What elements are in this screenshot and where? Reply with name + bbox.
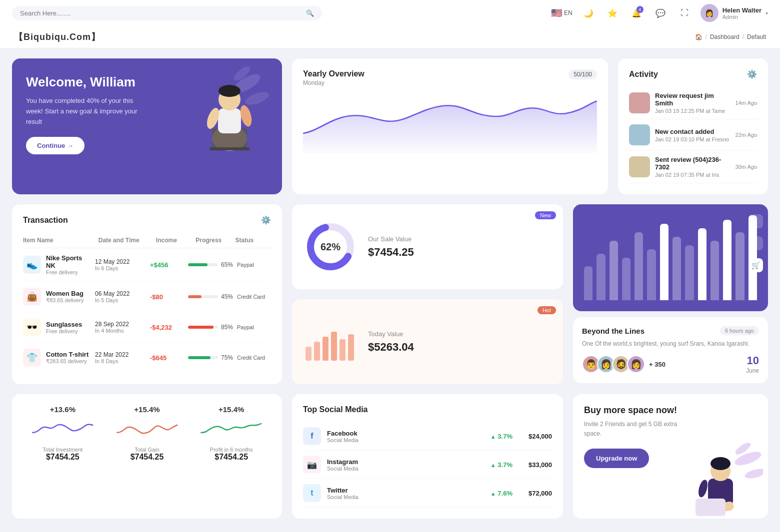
user-profile[interactable]: 👩 Helen Walter Admin ▾	[700, 4, 768, 22]
yearly-overview-card: Yearly Overview Monday 50/100	[292, 58, 608, 194]
table-header: Item Name Date and Time Income Progress …	[23, 233, 271, 248]
welcome-card: Welcome, William You have completed 40% …	[12, 58, 282, 194]
mini-charts-card: +13.6% Total Investment $7454.25 +15.4% …	[12, 394, 282, 519]
gain-value: $7454.25	[130, 453, 164, 462]
social-icon: f	[303, 427, 321, 445]
social-amount: $72,000	[528, 490, 552, 497]
progress-fill	[188, 326, 214, 329]
item-icon: 🕶️	[23, 318, 41, 336]
social-media-card: Top Social Media f Facebook Social Media…	[292, 394, 563, 519]
progress-bar	[188, 263, 218, 266]
social-amount: $33,000	[528, 461, 552, 469]
beyond-time: 6 hours ago	[720, 326, 759, 335]
svg-rect-15	[322, 337, 328, 361]
home-icon[interactable]: 🏠	[695, 33, 702, 40]
svg-rect-16	[331, 332, 337, 361]
chart-gear-icon[interactable]: ⚙	[748, 236, 763, 250]
buy-space-title: Buy more space now!	[584, 405, 757, 416]
item-name-cell: 👟 Nike Sports NK Free delivery	[23, 254, 91, 275]
progress-pct: 75%	[221, 354, 233, 361]
upgrade-button[interactable]: Upgrade now	[584, 449, 649, 468]
yearly-title: Yearly Overview	[303, 69, 364, 78]
item-income: +$456	[150, 261, 184, 269]
svg-rect-27	[696, 499, 726, 516]
right-panel: ↗ ⚙ 🛒 Beyond the Lines 6 hours ago One O…	[573, 204, 768, 384]
activity-item-title: New contact added	[655, 128, 730, 135]
breadcrumb-dashboard[interactable]: Dashboard	[710, 33, 740, 40]
activity-item: Sent review (504)236-7302 Jan 02 19 07:3…	[629, 151, 757, 183]
social-sub: Social Media	[327, 494, 358, 500]
social-name: Facebook	[327, 430, 358, 437]
social-pct: ▲ 7.6%	[490, 490, 512, 497]
continue-button[interactable]: Continue →	[26, 137, 84, 154]
item-days: In 4 Months	[95, 328, 146, 334]
activity-card: Activity ⚙️ Review request jim Smith Jan…	[618, 58, 768, 194]
item-income: -$80	[150, 293, 184, 301]
item-date: 12 May 2022	[95, 258, 146, 265]
svg-point-28	[697, 479, 710, 499]
beyond-plus-count: + 350	[649, 361, 666, 368]
social-amount: $24,000	[528, 433, 552, 440]
status-badge: Paypal	[237, 262, 271, 268]
table-row: 🕶️ Sunglasses Free delivery 28 Sep 2022 …	[23, 312, 271, 343]
user-name: Helen Walter	[722, 6, 762, 14]
chart-share-icon[interactable]: ↗	[748, 214, 763, 228]
svg-rect-14	[314, 342, 320, 361]
activity-settings-icon[interactable]: ⚙️	[747, 69, 757, 79]
nav-icons: 🇺🇸 EN 🌙 ⭐ 🔔 4 💬 ⛶ 👩 Helen Walter Admin ▾	[551, 4, 768, 22]
status-badge: Credit Card	[237, 294, 271, 300]
social-title: Top Social Media	[303, 405, 552, 414]
theme-toggle[interactable]: 🌙	[580, 5, 596, 21]
user-role: Admin	[722, 14, 762, 20]
progress-cell: 75%	[188, 354, 233, 361]
yearly-subtitle: Monday	[303, 79, 364, 86]
sale-value: $7454.25	[368, 246, 552, 259]
activity-time: 30m Ago	[736, 164, 757, 170]
item-name: Cotton T-shirt	[46, 351, 88, 358]
fullscreen-button[interactable]: ⛶	[676, 5, 692, 21]
activity-text: Review request jim Smith Jan 03 19 12:25…	[655, 92, 730, 114]
search-container[interactable]: 🔍	[12, 6, 322, 20]
yearly-badge: 50/100	[568, 69, 597, 79]
chart-cart-icon[interactable]: 🛒	[748, 258, 763, 272]
breadcrumb-default[interactable]: Default	[747, 33, 766, 40]
item-date: 06 May 2022	[95, 290, 146, 297]
progress-fill	[188, 295, 202, 298]
space-illustration	[688, 439, 763, 519]
progress-bar	[188, 295, 218, 298]
progress-cell: 45%	[188, 293, 233, 300]
activity-item-title: Sent review (504)236-7302	[655, 156, 730, 171]
item-days: In 5 Days	[95, 297, 146, 303]
profit-label: Profit in 6 months	[210, 447, 253, 453]
item-name-cell: 👜 Women Bag ₹83.65 delivery	[23, 288, 91, 306]
beyond-card: Beyond the Lines 6 hours ago One Of the …	[573, 317, 768, 383]
brand-logo: 【Biqubiqu.Com】	[14, 31, 100, 43]
transaction-settings-icon[interactable]: ⚙️	[261, 215, 271, 225]
table-row: 👕 Cotton T-shirt ₹283.65 delivery 22 Mar…	[23, 343, 271, 373]
social-pct: ▲ 3.7%	[490, 433, 512, 440]
profit-pct: +15.4%	[218, 405, 244, 414]
svg-rect-13	[306, 347, 312, 361]
activity-text: New contact added Jan 02 19 03:10 PM at …	[655, 128, 730, 142]
investment-chart	[23, 418, 102, 443]
language-selector[interactable]: 🇺🇸 EN	[551, 7, 572, 18]
profit-chart	[192, 418, 271, 443]
progress-bar	[188, 356, 218, 359]
notifications-button[interactable]: 🔔 4	[628, 5, 644, 21]
gain-chart	[108, 418, 187, 443]
messages-button[interactable]: 💬	[652, 5, 668, 21]
progress-cell: 85%	[188, 324, 233, 331]
activity-title: Activity	[629, 70, 658, 79]
welcome-description: You have completed 40% of your this week…	[26, 96, 146, 127]
activity-image	[629, 92, 650, 113]
mini-chart-profit: +15.4% Profit in 6 months $7454.25	[192, 405, 271, 508]
activity-item-subtitle: Jan 03 19 12:25 PM at Tame	[655, 108, 730, 114]
progress-fill	[188, 356, 210, 359]
item-date: 22 Mar 2022	[95, 351, 146, 358]
date-cell: 22 Mar 2022 In 8 Days	[95, 351, 146, 364]
search-input[interactable]	[20, 9, 302, 17]
favorites-button[interactable]: ⭐	[604, 5, 620, 21]
transaction-card: Transaction ⚙️ Item Name Date and Time I…	[12, 204, 282, 384]
notification-badge: 4	[636, 6, 644, 13]
activity-text: Sent review (504)236-7302 Jan 02 19 07:3…	[655, 156, 730, 178]
